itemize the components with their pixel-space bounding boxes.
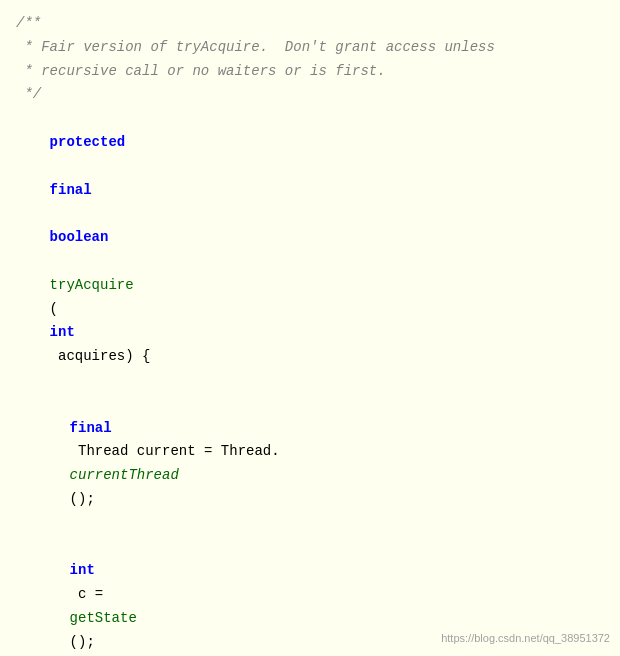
type-int-c: int	[70, 562, 95, 578]
type-boolean: boolean	[50, 229, 109, 245]
code-container: /** * Fair version of tryAcquire. Don't …	[0, 0, 620, 656]
method-currentthread: currentThread	[70, 467, 179, 483]
comment-line-3: * recursive call or no waiters or is fir…	[16, 60, 604, 84]
comment-line-4: */	[16, 83, 604, 107]
comment-line-1: /**	[16, 12, 604, 36]
type-int-param: int	[50, 324, 75, 340]
method-tryacquire: tryAcquire	[50, 277, 134, 293]
line-thread-current: final Thread current = Thread. currentTh…	[16, 393, 604, 536]
kw-final-1: final	[70, 420, 112, 436]
keyword-final: final	[50, 182, 92, 198]
method-signature: protected final boolean tryAcquire ( int…	[16, 107, 604, 393]
method-getstate: getState	[70, 610, 137, 626]
comment-line-2: * Fair version of tryAcquire. Don't gran…	[16, 36, 604, 60]
watermark: https://blog.csdn.net/qq_38951372	[441, 629, 610, 648]
keyword-protected: protected	[50, 134, 126, 150]
